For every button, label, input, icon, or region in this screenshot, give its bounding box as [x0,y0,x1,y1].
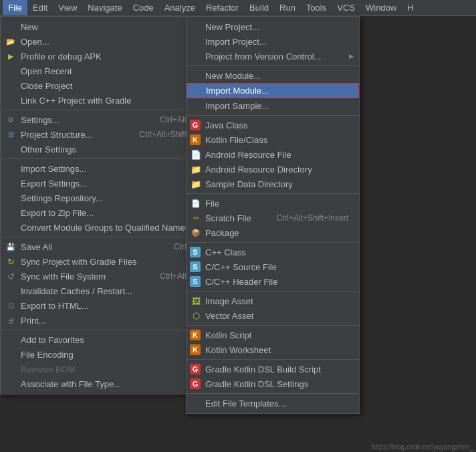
menu-item-project-structure-label: Project Structure... [21,130,93,140]
submenu-item-sample-data-dir[interactable]: 📁 Sample Data Directory [187,177,359,191]
menu-item-file-encoding[interactable]: File Encoding [1,347,210,362]
print-icon: 🖨 [5,314,17,326]
submenu-item-new-project-label: New Project... [205,22,259,32]
menubar-vcs[interactable]: VCS [332,0,360,15]
menu-item-new[interactable]: New [1,19,210,34]
submenu-item-android-res-file[interactable]: 📄 Android Resource File [187,147,359,162]
menubar-window[interactable]: Window [360,0,402,15]
menu-item-project-structure[interactable]: ⊞ Project Structure... Ctrl+Alt+Shift+S [1,127,210,142]
scratch-file-shortcut: Ctrl+Alt+Shift+Insert [263,213,348,223]
submenu-item-edit-file-templates[interactable]: Edit File Templates... [187,396,359,411]
submenu-item-import-sample-label: Import Sample... [205,101,269,111]
submenu-item-edit-file-templates-label: Edit File Templates... [205,399,285,409]
menu-item-remove-bom: Remove BOM [1,362,210,376]
vector-asset-icon: ⬡ [190,310,202,322]
submenu-item-vector-asset[interactable]: ⬡ Vector Asset [187,308,359,323]
submenu-sep-8 [187,393,359,394]
menu-item-other-settings[interactable]: Other Settings [1,142,210,156]
menu-item-settings[interactable]: ⚙ Settings... Ctrl+Alt+S [1,112,210,127]
submenu-item-new-module[interactable]: New Module... [187,68,359,83]
android-dir-icon: 📁 [190,163,202,175]
menu-item-invalidate-caches[interactable]: Invalidate Caches / Restart... [1,284,210,298]
menu-item-assoc-file-type[interactable]: Associate with File Type... [1,376,210,391]
sync-fs-icon: ↺ [5,270,17,282]
menu-item-print[interactable]: 🖨 Print... [1,313,210,328]
menu-item-other-settings-label: Other Settings [21,144,76,154]
submenu-item-cpp-class[interactable]: S C++ Class [187,245,359,259]
menu-item-remove-bom-label: Remove BOM [21,364,76,374]
submenu-item-import-project-label: Import Project... [205,37,267,47]
submenu-sep-2 [187,115,359,116]
menubar-tools[interactable]: Tools [301,0,332,15]
export-html-icon: ⊡ [5,300,17,312]
submenu-item-cpp-header[interactable]: S C/C++ Header File [187,274,359,289]
menu-item-add-favorites[interactable]: Add to Favorites [1,332,210,347]
submenu-item-import-module[interactable]: Import Module... [187,83,359,98]
submenu-item-new-project[interactable]: New Project... [187,19,359,34]
submenu-item-kotlin-class-label: Kotlin File/Class [205,135,267,145]
menubar-refactor[interactable]: Refactor [201,0,244,15]
menu-item-sync-gradle[interactable]: ↻ Sync Project with Gradle Files [1,254,210,269]
submenu-item-image-asset-label: Image Asset [205,296,253,306]
menu-item-settings-label: Settings... [21,115,60,125]
submenu-item-gradle-settings[interactable]: G Gradle Kotlin DSL Settings [187,376,359,391]
gradle-build-icon: G [190,364,201,374]
menu-item-export-zip[interactable]: Export to Zip File... [1,205,210,220]
menu-item-export-settings[interactable]: Export Settings... [1,176,210,191]
menu-item-new-label: New [21,22,38,32]
menubar-analyze[interactable]: Analyze [159,0,201,15]
menu-item-open[interactable]: 📂 Open... [1,34,210,49]
menu-item-settings-repo[interactable]: Settings Repository... [1,191,210,205]
menu-item-export-zip-label: Export to Zip File... [21,208,94,218]
menu-item-import-settings-label: Import Settings... [21,164,86,174]
menu-item-save-all[interactable]: 💾 Save All Ctrl+S [1,239,210,254]
submenu-item-java-class[interactable]: G Java Class [187,118,359,132]
submenu-item-package[interactable]: 📦 Package [187,225,359,240]
submenu-item-kotlin-worksheet[interactable]: K Kotlin Worksheet [187,342,359,357]
menubar-navigate[interactable]: Navigate [82,0,127,15]
menubar-view[interactable]: View [53,0,82,15]
menu-item-import-settings[interactable]: Import Settings... [1,161,210,176]
menubar-run[interactable]: Run [274,0,301,15]
menu-item-link-cpp[interactable]: Link C++ Project with Gradle [1,93,210,108]
submenu-item-import-sample[interactable]: Import Sample... [187,98,359,113]
menu-item-sync-gradle-label: Sync Project with Gradle Files [21,257,136,267]
save-icon: 💾 [5,241,17,253]
menu-item-open-label: Open... [21,37,49,47]
submenu-item-image-asset[interactable]: 🖼 Image Asset [187,294,359,308]
submenu-item-file-label: File [205,199,219,209]
separator-3 [1,237,210,237]
menubar-file[interactable]: File [3,0,27,15]
settings-icon: ⚙ [5,114,17,126]
menu-item-open-recent[interactable]: Open Recent [1,64,210,78]
dropdown-area: New 📂 Open... ▶ Profile or debug APK Ope… [0,16,211,394]
menu-item-export-html[interactable]: ⊡ Export to HTML... [1,298,210,313]
menu-item-save-all-label: Save All [21,242,52,252]
separator-4 [1,330,210,330]
submenu-item-cpp-source[interactable]: S C/C++ Source File [187,259,359,274]
submenu-item-gradle-build[interactable]: G Gradle Kotlin DSL Build Script [187,362,359,376]
menu-item-close-project[interactable]: Close Project [1,78,210,93]
sample-data-dir-icon: 📁 [190,178,202,190]
submenu-item-import-project[interactable]: Import Project... [187,34,359,49]
submenu-item-android-res-file-label: Android Resource File [205,150,291,160]
menu-item-profile-apk[interactable]: ▶ Profile or debug APK [1,49,210,64]
menubar-build[interactable]: Build [244,0,274,15]
menubar-edit[interactable]: Edit [27,0,53,15]
submenu-item-project-vcs[interactable]: Project from Version Control... [187,49,359,64]
menu-item-sync-fs[interactable]: ↺ Sync with File System Ctrl+Alt+Y [1,269,210,284]
menubar-code[interactable]: Code [128,0,159,15]
menu-item-close-project-label: Close Project [21,81,72,91]
submenu-item-kotlin-script[interactable]: K Kotlin Script [187,328,359,342]
watermark-text: https://blog.csdn.net/yuyangzhen_ [372,443,473,451]
menu-item-convert-module[interactable]: Convert Module Groups to Qualified Names… [1,220,210,235]
submenu-item-android-res-dir[interactable]: 📁 Android Resource Directory [187,162,359,177]
submenu-item-cpp-source-label: C/C++ Source File [205,262,277,272]
menubar-help[interactable]: H [402,0,419,15]
submenu-item-scratch-file[interactable]: ✏ Scratch File Ctrl+Alt+Shift+Insert [187,211,359,225]
submenu-item-kotlin-class[interactable]: K Kotlin File/Class [187,132,359,147]
cpp-hdr-icon: S [190,276,201,287]
submenu-item-file[interactable]: 📄 File [187,196,359,211]
submenu-item-project-vcs-label: Project from Version Control... [205,51,321,62]
cpp-class-icon: S [190,247,201,257]
